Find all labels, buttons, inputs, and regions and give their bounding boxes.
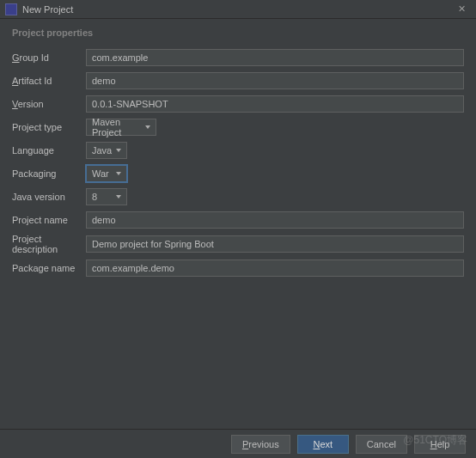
help-button[interactable]: Help <box>414 435 466 454</box>
language-label: Language <box>12 145 86 156</box>
group-id-label: Group Id <box>12 52 86 63</box>
java-version-label: Java version <box>12 192 86 202</box>
chevron-down-icon <box>116 149 121 152</box>
language-value: Java <box>92 145 112 156</box>
project-type-value: Maven Project <box>92 117 138 137</box>
artifact-id-label: Artifact Id <box>12 76 86 86</box>
next-button[interactable]: Next <box>297 435 349 454</box>
chevron-down-icon <box>116 195 121 198</box>
version-input[interactable] <box>86 95 464 113</box>
window-title: New Project <box>22 4 453 15</box>
artifact-id-input[interactable] <box>86 72 464 89</box>
package-name-input[interactable] <box>86 260 464 277</box>
section-header: Project properties <box>12 27 464 38</box>
packaging-label: Packaging <box>12 168 86 179</box>
cancel-button[interactable]: Cancel <box>356 435 407 454</box>
project-description-label: Project description <box>12 234 86 254</box>
close-icon[interactable]: ✕ <box>453 2 471 16</box>
content-area: Project properties Group Id Artifact Id … <box>0 19 476 290</box>
project-name-input[interactable] <box>86 211 464 229</box>
group-id-input[interactable] <box>86 49 464 66</box>
project-name-label: Project name <box>12 215 86 225</box>
java-version-select[interactable]: 8 <box>86 188 127 205</box>
previous-button[interactable]: Previous <box>231 435 290 454</box>
java-version-value: 8 <box>92 192 97 202</box>
package-name-label: Package name <box>12 263 86 273</box>
project-description-input[interactable] <box>86 235 464 253</box>
chevron-down-icon <box>145 125 150 129</box>
titlebar: New Project ✕ <box>0 0 476 19</box>
button-bar: Previous Next Cancel Help <box>0 429 476 458</box>
project-type-label: Project type <box>12 122 86 132</box>
packaging-select[interactable]: War <box>86 165 127 182</box>
language-select[interactable]: Java <box>86 142 127 159</box>
project-type-select[interactable]: Maven Project <box>86 119 156 136</box>
app-icon <box>5 3 17 15</box>
version-label: Version <box>12 99 86 109</box>
chevron-down-icon <box>116 172 121 175</box>
packaging-value: War <box>92 168 109 179</box>
